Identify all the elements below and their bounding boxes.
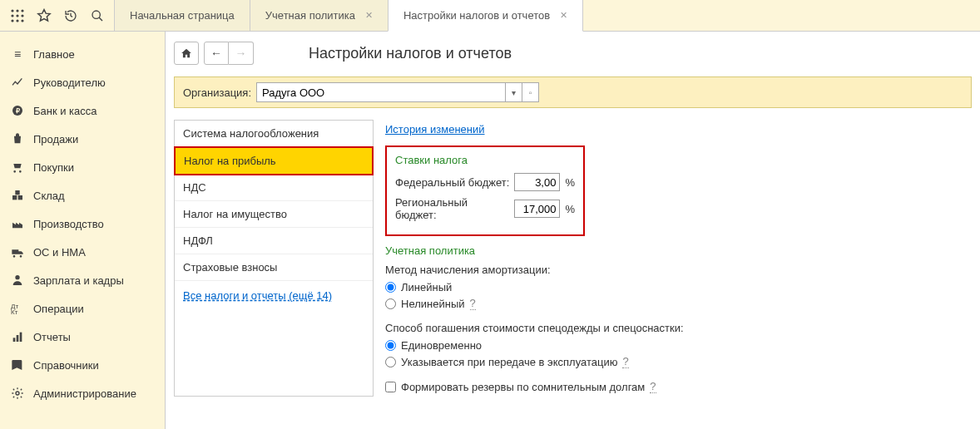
home-button[interactable] (174, 42, 199, 65)
special-group: Способ погашения стоимости спецодежды и … (385, 322, 963, 368)
forward-button[interactable]: → (229, 42, 254, 65)
tab-home[interactable]: Начальная страница (114, 0, 250, 31)
rates-title: Ставки налога (395, 154, 575, 166)
detail-panel: История изменений Ставки налога Федераль… (377, 120, 972, 397)
nav-item-tax-system[interactable]: Система налогообложения (175, 121, 373, 147)
tab-tax-settings[interactable]: Настройки налогов и отчетов ✕ (388, 0, 583, 32)
radio-linear-input[interactable] (385, 282, 396, 293)
radio-transfer-input[interactable] (385, 357, 396, 367)
svg-point-1 (16, 9, 18, 12)
menu-icon: ≡ (10, 47, 25, 62)
tabs: Начальная страница Учетная политика ✕ На… (115, 0, 583, 31)
sidebar-item-label: Руководителю (33, 76, 106, 89)
svg-rect-14 (18, 195, 22, 200)
federal-rate-row: Федеральный бюджет: % (395, 173, 575, 191)
help-icon[interactable]: ? (622, 355, 628, 368)
pct-label: % (565, 176, 575, 189)
nav-item-vat[interactable]: НДС (175, 175, 373, 201)
sidebar-item-warehouse[interactable]: Склад (0, 181, 165, 210)
amort-label: Метод начисления амортизации: (385, 264, 963, 276)
policy-title: Учетная политика (385, 244, 963, 257)
nav-item-profit-tax[interactable]: Налог на прибыль (174, 146, 374, 175)
truck-icon (10, 244, 25, 259)
sidebar-item-manager[interactable]: Руководителю (0, 68, 165, 96)
radio-nonlinear-input[interactable] (385, 298, 396, 309)
org-input-wrap: ▾ ▫ (256, 82, 539, 102)
tab-policy[interactable]: Учетная политика ✕ (250, 0, 389, 31)
reserves-row[interactable]: Формировать резервы по сомнительным долг… (385, 380, 963, 393)
star-icon[interactable] (32, 3, 57, 28)
svg-point-22 (16, 392, 19, 395)
sidebar-item-production[interactable]: Производство (0, 210, 165, 238)
ruble-icon: ₽ (10, 103, 25, 118)
svg-rect-20 (17, 335, 19, 342)
svg-point-7 (16, 19, 18, 22)
cart-icon (10, 160, 25, 175)
regional-input[interactable] (514, 200, 560, 218)
sidebar-item-sales[interactable]: Продажи (0, 125, 165, 153)
sidebar-item-main[interactable]: ≡ Главное (0, 40, 165, 68)
svg-point-3 (11, 14, 13, 17)
org-label: Организация: (183, 86, 251, 99)
sidebar-item-label: Главное (33, 48, 75, 61)
nav-item-ndfl[interactable]: НДФЛ (175, 228, 373, 254)
radio-linear[interactable]: Линейный (385, 281, 963, 293)
nav-more-link: Все налоги и отчеты (ещё 14) (175, 281, 373, 310)
sidebar-item-reports[interactable]: Отчеты (0, 323, 165, 351)
special-label: Способ погашения стоимости спецодежды и … (385, 322, 963, 334)
nav-item-property-tax[interactable]: Налог на имущество (175, 201, 373, 228)
sidebar-item-operations[interactable]: ДтКт Операции (0, 294, 165, 323)
sidebar-item-label: Производство (33, 218, 104, 230)
main-layout: ≡ Главное Руководителю ₽ Банк и касса Пр… (0, 32, 980, 429)
open-button[interactable]: ▫ (522, 82, 539, 102)
svg-point-9 (92, 11, 100, 18)
close-icon[interactable]: ✕ (365, 10, 373, 21)
reserves-label: Формировать резервы по сомнительным долг… (401, 381, 645, 393)
sidebar-item-label: Операции (33, 303, 84, 315)
sidebar-item-admin[interactable]: Администрирование (0, 379, 165, 407)
history-icon[interactable] (58, 3, 83, 28)
regional-label: Региональный бюджет: (395, 196, 509, 221)
amortization-group: Метод начисления амортизации: Линейный Н… (385, 264, 963, 310)
sidebar-item-bank[interactable]: ₽ Банк и касса (0, 96, 165, 125)
back-button[interactable]: ← (204, 42, 229, 65)
toolbar-icons (0, 3, 115, 28)
sidebar-item-salary[interactable]: Зарплата и кадры (0, 266, 165, 294)
apps-icon[interactable] (5, 3, 30, 28)
sidebar-item-purchases[interactable]: Покупки (0, 153, 165, 181)
federal-input[interactable] (514, 173, 560, 191)
chart-icon (10, 75, 25, 90)
svg-point-8 (21, 19, 23, 22)
all-taxes-link[interactable]: Все налоги и отчеты (ещё 14) (183, 289, 332, 302)
history-link[interactable]: История изменений (385, 123, 485, 136)
sidebar-item-assets[interactable]: ОС и НМА (0, 238, 165, 266)
help-icon[interactable]: ? (650, 380, 656, 393)
radio-once[interactable]: Единовременно (385, 339, 963, 352)
svg-point-5 (21, 14, 23, 17)
close-icon[interactable]: ✕ (560, 10, 567, 21)
radio-nonlinear[interactable]: Нелинейный ? (385, 297, 963, 310)
sidebar-item-label: Покупки (33, 161, 74, 174)
svg-text:Кт: Кт (11, 308, 18, 315)
radio-once-label: Единовременно (401, 339, 482, 352)
pct-label: % (565, 203, 575, 215)
tab-label: Начальная страница (130, 9, 235, 22)
help-icon[interactable]: ? (470, 297, 476, 310)
sidebar-item-label: Зарплата и кадры (33, 274, 124, 287)
sidebar-item-label: Администрирование (33, 387, 136, 400)
svg-point-4 (16, 14, 18, 17)
svg-rect-13 (12, 195, 17, 200)
radio-once-input[interactable] (385, 340, 396, 351)
person-icon (10, 273, 25, 288)
search-icon[interactable] (85, 3, 110, 28)
reserves-checkbox[interactable] (385, 382, 396, 392)
dropdown-button[interactable]: ▾ (506, 82, 522, 102)
svg-text:₽: ₽ (16, 107, 20, 115)
nav-item-insurance[interactable]: Страховые взносы (175, 254, 373, 281)
regional-rate-row: Региональный бюджет: % (395, 196, 575, 221)
tax-nav-list: Система налогообложения Налог на прибыль… (174, 120, 374, 397)
tab-label: Учетная политика (265, 9, 355, 22)
radio-transfer[interactable]: Указывается при передаче в эксплуатацию … (385, 355, 963, 368)
org-input[interactable] (256, 82, 506, 102)
sidebar-item-directories[interactable]: Справочники (0, 351, 165, 379)
